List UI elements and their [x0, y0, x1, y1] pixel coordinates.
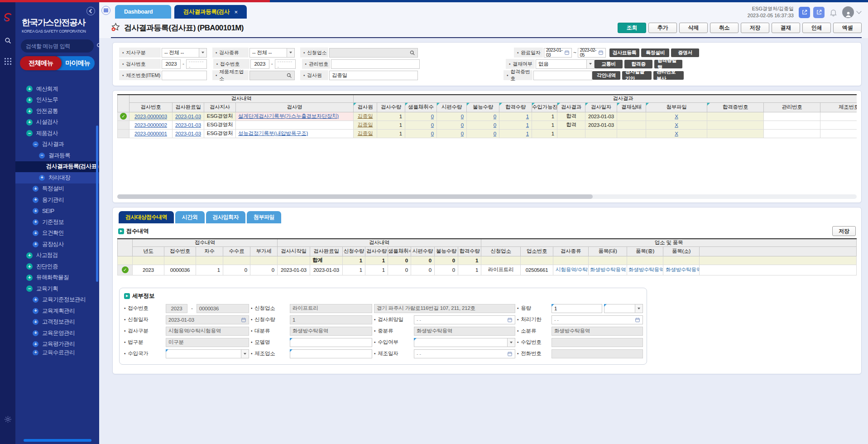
- grid-cell[interactable]: ESG경영처: [204, 112, 236, 121]
- rail-apps-icon[interactable]: [5, 58, 11, 65]
- grid-cell[interactable]: [521, 256, 553, 265]
- row-select-cell[interactable]: [118, 121, 129, 129]
- column-header[interactable]: 검사명: [236, 102, 354, 112]
- action-button[interactable]: 취소: [710, 23, 739, 33]
- tab-active[interactable]: 검사결과등록(검사 ×: [174, 5, 247, 19]
- column-header[interactable]: 검사수량: [377, 102, 405, 112]
- column-header[interactable]: 접수번호: [164, 246, 196, 256]
- table-row[interactable]: 202300000361002023-01-032023-01-03110001…: [118, 265, 857, 275]
- column-header[interactable]: 시편수량: [437, 102, 467, 112]
- grid-cell[interactable]: 1: [377, 121, 405, 129]
- notification-bell-icon[interactable]: [828, 7, 839, 18]
- menu-search-box[interactable]: [21, 39, 94, 53]
- column-header[interactable]: 차수: [196, 246, 223, 256]
- branch-select[interactable]: -- 전체 --: [162, 48, 207, 58]
- grid-cell[interactable]: [557, 129, 585, 138]
- column-header[interactable]: 신청수량: [343, 246, 365, 256]
- grid-cell[interactable]: 김종일: [354, 112, 377, 121]
- sidebar-menu-item[interactable]: 고객정보관리: [15, 317, 99, 328]
- sidebar-menu-item[interactable]: 검사결과: [15, 139, 99, 150]
- inspector-input[interactable]: 김종일: [329, 71, 418, 80]
- receipt-no-seq-input[interactable]: --------: [275, 59, 296, 69]
- select-arrow-icon[interactable]: [241, 350, 249, 358]
- column-header[interactable]: 검사지사: [204, 102, 236, 112]
- sidebar-menu-item[interactable]: 진단인증: [15, 261, 99, 272]
- bottom-tab[interactable]: 검사입회자: [206, 211, 246, 223]
- select-arrow-icon[interactable]: [199, 48, 206, 57]
- sidebar-menu-item[interactable]: 교육운영관리: [15, 328, 99, 339]
- grid-cell[interactable]: 0: [405, 112, 437, 121]
- law-gubun-input[interactable]: 미구분: [166, 338, 249, 347]
- sidebar-menu-item[interactable]: 사고점검: [15, 250, 99, 261]
- column-header[interactable]: 관리번호: [764, 102, 820, 112]
- grid-cell[interactable]: [820, 112, 857, 121]
- calendar-icon[interactable]: [564, 50, 570, 55]
- column-header[interactable]: 불능수량: [435, 246, 458, 256]
- sidebar-menu-item[interactable]: 공장심사: [15, 239, 99, 250]
- grid-cell[interactable]: [250, 256, 278, 265]
- column-header[interactable]: [700, 246, 857, 256]
- open-window-icon[interactable]: [799, 7, 810, 18]
- inspection-no-seq-input[interactable]: --------: [186, 59, 207, 69]
- action-button[interactable]: 삭제: [679, 23, 708, 33]
- sidebar-collapse-button[interactable]: [86, 7, 95, 15]
- grid-cell[interactable]: [707, 129, 764, 138]
- column-header[interactable]: 품목(대): [589, 246, 627, 256]
- column-header[interactable]: 불능수량: [467, 102, 499, 112]
- grid-cell[interactable]: 1: [365, 265, 388, 275]
- search-icon[interactable]: [96, 42, 99, 50]
- import-country-select[interactable]: [166, 349, 249, 358]
- table-row[interactable]: 합계110001: [118, 256, 857, 265]
- grid-cell[interactable]: 합격: [557, 112, 585, 121]
- column-header[interactable]: 샘플채취수: [405, 102, 437, 112]
- applicant-shop-input[interactable]: [329, 48, 418, 58]
- row-select-cell[interactable]: [118, 265, 133, 275]
- receipt-no-year-input[interactable]: 2023: [250, 59, 269, 69]
- sidebar-horizontal-scrollbar[interactable]: [24, 439, 91, 442]
- grid-cell[interactable]: 2023-01-03: [173, 112, 204, 121]
- grid-cell[interactable]: 1: [458, 256, 481, 265]
- grid-cell[interactable]: 0: [437, 112, 467, 121]
- item-no-input[interactable]: [162, 71, 207, 80]
- column-header[interactable]: 검사번호: [129, 102, 173, 112]
- address-input[interactable]: 경기 파주시 가람로116번길 107, 211, 212호: [374, 304, 515, 313]
- grid-cell[interactable]: 1: [499, 121, 532, 129]
- grid-cell[interactable]: [236, 121, 354, 129]
- tool-button[interactable]: 각인내역: [592, 71, 620, 80]
- column-header[interactable]: 검사시작일: [278, 246, 310, 256]
- grid-cell[interactable]: X: [646, 112, 707, 121]
- hamburger-menu-icon[interactable]: [101, 6, 110, 15]
- tool-button[interactable]: 특정설비: [641, 48, 669, 57]
- tool-button[interactable]: 합격증발행: [654, 60, 682, 68]
- grid-cell[interactable]: 2023-01-03: [278, 265, 310, 275]
- certificate-no-input[interactable]: [533, 71, 592, 80]
- grid-cell[interactable]: [164, 256, 196, 265]
- sidebar-menu-item[interactable]: 예산회계: [15, 83, 99, 95]
- column-header[interactable]: 첨부파일: [646, 102, 707, 112]
- grid-cell[interactable]: 0: [435, 265, 458, 275]
- column-header[interactable]: 검사완료일: [310, 246, 343, 256]
- grid-cell[interactable]: 1: [532, 112, 557, 121]
- grid-cell[interactable]: [820, 121, 857, 129]
- grid-cell[interactable]: [481, 256, 521, 265]
- table-row[interactable]: 2023-00000032023-01-03ESG경영처설계단계검사기록부(가스…: [118, 112, 857, 121]
- tool-button[interactable]: 관리번호 복사: [653, 71, 684, 80]
- calendar-icon[interactable]: [507, 351, 513, 357]
- grid-cell[interactable]: 라이프트리: [481, 265, 521, 275]
- grid-cell[interactable]: 0: [223, 265, 250, 275]
- column-header[interactable]: 품목(중): [627, 246, 663, 256]
- grid-cell[interactable]: ESG경영처: [204, 129, 236, 138]
- grid-cell[interactable]: 1: [343, 265, 365, 275]
- column-header[interactable]: 검사일자: [585, 102, 617, 112]
- sidebar-menu-item[interactable]: 처리대장: [15, 172, 99, 183]
- bottom-tab[interactable]: 첨부파일: [247, 211, 281, 223]
- column-header[interactable]: 제조번호(ITEM): [820, 102, 857, 112]
- grid-cell[interactable]: 1: [499, 112, 532, 121]
- grid-cell[interactable]: 0: [411, 265, 435, 275]
- grid-cell[interactable]: 시험용역/수탁시험용역: [553, 265, 589, 275]
- grid-cell[interactable]: 설계단계검사기록부(가스누출경보차단장치): [236, 112, 354, 121]
- tool-button[interactable]: 교통비: [595, 60, 623, 68]
- model-input[interactable]: [290, 338, 372, 347]
- column-header[interactable]: 합격수량: [499, 102, 532, 112]
- grid-cell[interactable]: 0000036: [164, 265, 196, 275]
